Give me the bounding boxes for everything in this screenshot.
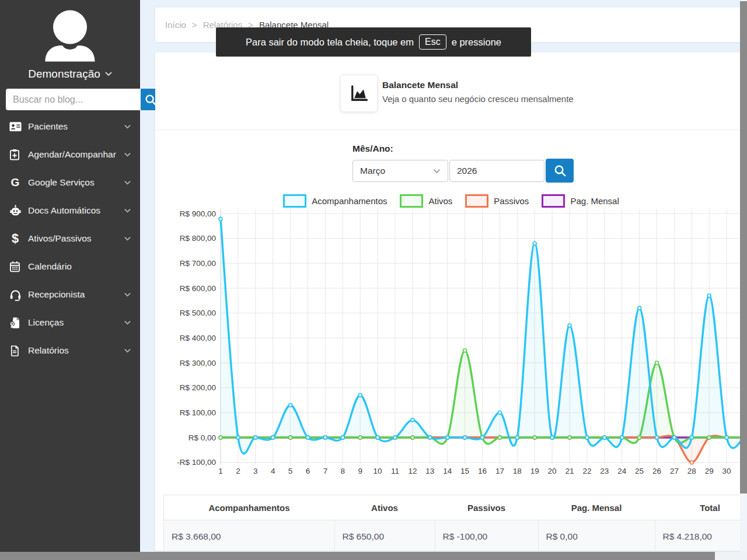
totals-table-wrap: AcompanhamentosAtivosPassivosPag. Mensal… bbox=[163, 495, 747, 551]
sidebar-item-pacientes[interactable]: Pacientes bbox=[0, 113, 140, 141]
sidebar-item-label: Agendar/Acompanhar bbox=[28, 149, 124, 160]
svg-text:18: 18 bbox=[513, 467, 522, 475]
chevron-down-icon bbox=[124, 180, 131, 185]
svg-text:7: 7 bbox=[323, 467, 328, 475]
sidebar-item-docs-automaticos[interactable]: Docs Automáticos bbox=[0, 197, 140, 225]
year-input[interactable] bbox=[449, 160, 544, 182]
horizontal-scrollbar[interactable] bbox=[0, 552, 747, 560]
patients-icon bbox=[9, 121, 26, 132]
esc-key-badge: Esc bbox=[419, 34, 446, 50]
chevron-down-icon bbox=[124, 292, 131, 297]
sidebar-menu: PacientesAgendar/AcompanharGGoogle Servi… bbox=[0, 113, 140, 365]
report-icon-box bbox=[340, 75, 378, 112]
svg-text:R$ 800,00: R$ 800,00 bbox=[180, 234, 216, 243]
search-icon bbox=[553, 164, 567, 177]
sidebar-item-label: Licenças bbox=[28, 317, 124, 328]
svg-text:4: 4 bbox=[271, 467, 275, 475]
vertical-scrollbar[interactable] bbox=[740, 0, 747, 552]
svg-text:R$ 500,00: R$ 500,00 bbox=[180, 309, 216, 317]
sidebar-item-recepcionista[interactable]: Recepcionista bbox=[0, 281, 140, 309]
divider bbox=[155, 130, 747, 130]
report-card: Balancete Mensal Veja o quanto seu negóc… bbox=[155, 52, 747, 551]
sidebar-search bbox=[6, 89, 135, 110]
avatar[interactable] bbox=[0, 6, 140, 65]
sidebar-item-label: Calendário bbox=[28, 261, 131, 272]
profile-name: Demonstração bbox=[28, 68, 100, 80]
breadcrumb-separator: > bbox=[192, 20, 197, 30]
user-avatar-icon bbox=[36, 6, 104, 63]
profile-menu[interactable]: Demonstração bbox=[0, 68, 140, 80]
search-input[interactable] bbox=[6, 89, 141, 110]
svg-text:-R$ 100,00: -R$ 100,00 bbox=[177, 458, 216, 467]
filter-search-button[interactable] bbox=[546, 159, 574, 183]
svg-text:28: 28 bbox=[687, 467, 696, 475]
sidebar: Demonstração PacientesAgendar/Acompanhar… bbox=[0, 0, 140, 560]
sidebar-item-calendario[interactable]: Calendário bbox=[0, 253, 140, 281]
chevron-down-icon bbox=[124, 124, 131, 129]
svg-text:17: 17 bbox=[495, 467, 504, 475]
report-icon bbox=[9, 345, 26, 357]
svg-text:29: 29 bbox=[705, 467, 714, 475]
svg-text:$: $ bbox=[12, 232, 19, 245]
totals-value-cell: R$ 4.218,00 bbox=[655, 520, 747, 551]
horizontal-scrollbar-thumb[interactable] bbox=[0, 552, 715, 560]
chevron-down-icon bbox=[124, 152, 131, 157]
totals-header-cell: Passivos bbox=[435, 495, 538, 520]
google-icon: G bbox=[9, 177, 26, 188]
totals-value-cell: R$ 0,00 bbox=[538, 520, 655, 551]
svg-text:21: 21 bbox=[565, 467, 574, 475]
svg-text:R$ 0,00: R$ 0,00 bbox=[189, 433, 216, 442]
svg-text:26: 26 bbox=[652, 467, 661, 475]
svg-text:5: 5 bbox=[288, 467, 293, 475]
totals-value-cell: R$ -100,00 bbox=[435, 520, 538, 551]
page-subtitle: Veja o quanto seu negócio cresceu mensal… bbox=[382, 94, 574, 104]
totals-header-cell: Total bbox=[655, 495, 747, 520]
sidebar-item-label: Relatórios bbox=[28, 345, 124, 356]
svg-text:30: 30 bbox=[722, 467, 731, 475]
chevron-down-icon bbox=[124, 208, 131, 213]
svg-text:24: 24 bbox=[617, 467, 627, 475]
chevron-down-icon bbox=[433, 169, 441, 174]
svg-text:23: 23 bbox=[600, 467, 609, 475]
svg-text:R$ 700,00: R$ 700,00 bbox=[180, 259, 216, 268]
totals-value-cell: R$ 3.668,00 bbox=[164, 520, 335, 551]
svg-text:R$ 100,00: R$ 100,00 bbox=[180, 408, 216, 417]
toast-text-before: Para sair do modo tela cheia, toque em bbox=[246, 37, 414, 48]
sidebar-item-label: Google Serviços bbox=[28, 177, 124, 188]
svg-text:15: 15 bbox=[460, 467, 469, 475]
breadcrumb-item[interactable]: Início bbox=[165, 20, 186, 30]
sidebar-item-google-servicos[interactable]: GGoogle Serviços bbox=[0, 169, 140, 197]
balance-chart: R$ 900,00R$ 800,00R$ 700,00R$ 600,00R$ 5… bbox=[158, 205, 747, 482]
sidebar-item-relatorios[interactable]: Relatórios bbox=[0, 337, 140, 365]
svg-text:16: 16 bbox=[478, 467, 487, 475]
month-select[interactable]: Março bbox=[352, 160, 448, 182]
svg-text:22: 22 bbox=[582, 467, 591, 475]
totals-header-cell: Pag. Mensal bbox=[538, 495, 655, 520]
sidebar-item-licencas[interactable]: Licenças bbox=[0, 309, 140, 337]
svg-text:1: 1 bbox=[218, 467, 223, 475]
svg-text:3: 3 bbox=[253, 467, 258, 475]
chevron-down-icon bbox=[124, 348, 131, 353]
sidebar-item-label: Pacientes bbox=[28, 121, 124, 132]
svg-text:10: 10 bbox=[374, 467, 382, 475]
sidebar-item-agendar-acompanhar[interactable]: Agendar/Acompanhar bbox=[0, 141, 140, 169]
headset-icon bbox=[9, 289, 26, 301]
svg-text:11: 11 bbox=[391, 467, 399, 475]
svg-text:9: 9 bbox=[358, 467, 362, 475]
sidebar-item-label: Recepcionista bbox=[28, 289, 124, 300]
totals-header-cell: Acompanhamentos bbox=[164, 495, 335, 520]
dollar-icon: $ bbox=[9, 232, 26, 245]
svg-text:2: 2 bbox=[236, 467, 240, 475]
toast-text-after: e pressione bbox=[452, 37, 501, 48]
fullscreen-toast: Para sair do modo tela cheia, toque em E… bbox=[216, 27, 531, 57]
svg-text:14: 14 bbox=[443, 467, 452, 475]
vertical-scrollbar-thumb[interactable] bbox=[740, 1, 747, 494]
schedule-icon bbox=[9, 149, 26, 160]
svg-text:R$ 900,00: R$ 900,00 bbox=[180, 209, 216, 218]
area-chart-icon bbox=[348, 83, 369, 104]
chevron-down-icon bbox=[105, 72, 112, 76]
svg-text:R$ 300,00: R$ 300,00 bbox=[180, 359, 216, 368]
chevron-down-icon bbox=[124, 320, 131, 325]
legend-label: Passivos bbox=[494, 196, 529, 206]
sidebar-item-ativos-passivos[interactable]: $Ativos/Passivos bbox=[0, 225, 140, 253]
